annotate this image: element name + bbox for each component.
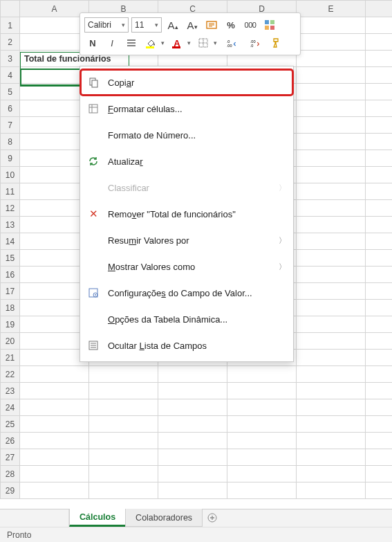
- row-header-2[interactable]: 2: [1, 34, 20, 51]
- sheet-tab-colaboradores[interactable]: Colaboradores: [125, 509, 203, 527]
- ctx-show-as[interactable]: Mostrar Valores como 〉: [80, 253, 293, 280]
- svg-rect-11: [92, 80, 97, 87]
- ctx-copy-label: Copiar: [108, 78, 286, 88]
- ctx-sort: Classificar 〉: [80, 174, 293, 201]
- svg-rect-3: [265, 26, 269, 30]
- row-header-3[interactable]: 3: [1, 51, 20, 67]
- row-header-9[interactable]: 9: [1, 150, 20, 167]
- accounting-format-icon[interactable]: [203, 17, 220, 33]
- row-header-17[interactable]: 17: [1, 283, 20, 300]
- font-color-button[interactable]: A ▾: [169, 35, 192, 51]
- row-header-11[interactable]: 11: [1, 183, 20, 200]
- spacer-icon: [86, 311, 101, 327]
- svg-rect-4: [270, 26, 274, 30]
- ctx-summarize-label: Resumir Valores por: [108, 235, 272, 246]
- ctx-remove-label: Remover "Total de funcionários": [108, 209, 286, 219]
- row-header-4[interactable]: 4: [1, 67, 20, 84]
- row-header-22[interactable]: 22: [1, 366, 20, 383]
- format-cells-icon: [86, 101, 101, 116]
- chevron-right-icon: 〉: [279, 262, 286, 272]
- row-header-13[interactable]: 13: [1, 217, 20, 233]
- increase-font-icon[interactable]: A▴: [165, 17, 181, 33]
- percent-format-icon[interactable]: %: [223, 17, 239, 33]
- fill-color-button[interactable]: ▾: [142, 35, 166, 51]
- tab-nav-area[interactable]: [0, 509, 69, 527]
- ctx-refresh[interactable]: Atualizar: [80, 148, 293, 174]
- font-name-value: Calibri: [88, 20, 111, 30]
- chevron-down-icon[interactable]: ▾: [159, 35, 166, 51]
- sheet-tab-strip: Cálculos Colaboradores: [0, 509, 392, 527]
- ctx-remove[interactable]: ✕ Remover "Total de funcionários": [80, 201, 293, 227]
- field-list-icon: [86, 338, 101, 353]
- row-header-20[interactable]: 20: [1, 333, 20, 350]
- ctx-number-format-label: Formato de Número...: [108, 130, 286, 141]
- ctx-pt-options[interactable]: Opções da Tabela Dinâmica...: [80, 306, 293, 332]
- font-size-value: 11: [135, 20, 144, 30]
- row-header-6[interactable]: 6: [1, 100, 20, 117]
- chevron-right-icon: 〉: [279, 183, 286, 193]
- ctx-format-cells-label: Formatar células...: [108, 104, 286, 114]
- row-header-27[interactable]: 27: [1, 449, 20, 466]
- sheet-tab-calculos[interactable]: Cálculos: [69, 509, 126, 527]
- row-header-8[interactable]: 8: [1, 134, 20, 150]
- row-header-29[interactable]: 29: [1, 482, 20, 499]
- ctx-number-format[interactable]: Formato de Número...: [80, 122, 293, 148]
- ctx-refresh-label: Atualizar: [108, 156, 286, 167]
- row-header-23[interactable]: 23: [1, 383, 20, 399]
- row-header-16[interactable]: 16: [1, 267, 20, 283]
- row-header-14[interactable]: 14: [1, 233, 20, 250]
- column-header-A[interactable]: A: [20, 1, 89, 17]
- row-header-10[interactable]: 10: [1, 167, 20, 183]
- decrease-font-icon[interactable]: A▾: [184, 17, 200, 33]
- comma-format-icon[interactable]: 000: [242, 17, 259, 33]
- conditional-format-icon[interactable]: [261, 17, 278, 33]
- new-sheet-button[interactable]: [202, 509, 223, 527]
- status-text: Pronto: [7, 530, 31, 540]
- field-settings-icon: [86, 285, 101, 300]
- select-all-corner[interactable]: [1, 1, 20, 17]
- svg-rect-1: [265, 20, 269, 24]
- row-header-21[interactable]: 21: [1, 350, 20, 366]
- remove-x-icon: ✕: [86, 206, 101, 222]
- cell[interactable]: [20, 17, 89, 34]
- chevron-down-icon[interactable]: ▾: [212, 35, 218, 51]
- svg-point-15: [95, 294, 96, 296]
- font-size-select[interactable]: 11 ▾: [131, 17, 162, 33]
- spacer-icon: [86, 180, 101, 195]
- ctx-format-cells[interactable]: Formatar células...: [80, 96, 293, 122]
- row-header-24[interactable]: 24: [1, 399, 20, 416]
- borders-button[interactable]: ▾: [195, 35, 218, 51]
- row-header-1[interactable]: 1: [1, 17, 20, 34]
- chevron-down-icon: ▾: [122, 21, 125, 28]
- svg-text:.0: .0: [250, 44, 254, 48]
- row-header-15[interactable]: 15: [1, 250, 20, 267]
- column-header-F[interactable]: F: [366, 1, 393, 17]
- ctx-hide-fields[interactable]: Ocultar Lista de Campos: [80, 332, 293, 359]
- chevron-down-icon[interactable]: ▾: [185, 35, 192, 51]
- row-header-18[interactable]: 18: [1, 300, 20, 316]
- cell-A4[interactable]: [20, 67, 89, 84]
- format-painter-icon[interactable]: [268, 35, 285, 51]
- svg-rect-12: [89, 105, 97, 113]
- decrease-decimal-icon[interactable]: .00.0: [245, 35, 265, 51]
- row-header-7[interactable]: 7: [1, 117, 20, 134]
- ctx-summarize[interactable]: Resumir Valores por 〉: [80, 227, 293, 253]
- bold-button[interactable]: N: [84, 35, 101, 51]
- row-header-12[interactable]: 12: [1, 200, 20, 217]
- spacer-icon: [86, 233, 101, 248]
- italic-button[interactable]: I: [104, 35, 120, 51]
- font-name-select[interactable]: Calibri ▾: [84, 17, 129, 33]
- ctx-copy[interactable]: Copiar: [80, 69, 293, 96]
- row-header-5[interactable]: 5: [1, 84, 20, 100]
- increase-decimal-icon[interactable]: .0.00: [221, 35, 242, 51]
- row-header-19[interactable]: 19: [1, 316, 20, 333]
- align-icon[interactable]: [123, 35, 140, 51]
- column-header-E[interactable]: E: [297, 1, 366, 17]
- svg-rect-2: [270, 20, 274, 24]
- row-header-26[interactable]: 26: [1, 433, 20, 449]
- row-header-28[interactable]: 28: [1, 466, 20, 482]
- ctx-field-settings[interactable]: Configurações do Campo de Valor...: [80, 280, 293, 306]
- context-menu: Copiar Formatar células... Formato de Nú…: [80, 66, 294, 362]
- spacer-icon: [86, 127, 101, 143]
- row-header-25[interactable]: 25: [1, 416, 20, 433]
